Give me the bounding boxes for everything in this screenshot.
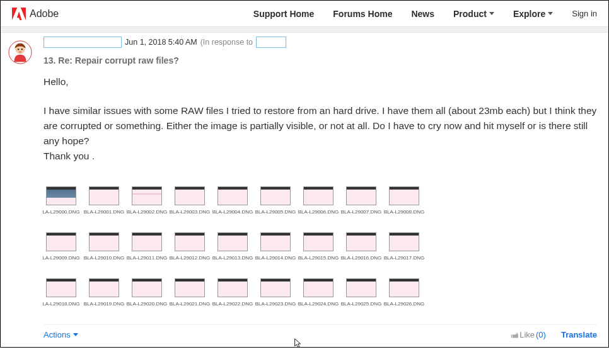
sign-in-link[interactable]: Sign in (572, 9, 597, 18)
thumbnail-image (175, 232, 205, 251)
thumbnail[interactable]: BLA-L29023.DNG (258, 278, 293, 307)
thumbnail-label: BLA-L29010.DNG (84, 255, 124, 261)
thumbnail[interactable]: BLA-L29008.DNG (386, 186, 422, 215)
avatar[interactable] (8, 40, 32, 64)
thumbnail-label: BLA-L29013.DNG (212, 255, 253, 261)
post-actions: Actions Like (0) Translate (44, 324, 597, 339)
thumbnail-label: BLA-L29019.DNG (84, 301, 124, 307)
thumbnail[interactable]: LA-L29018.DNG (44, 278, 79, 307)
thumbnail-image (346, 232, 376, 251)
thumbnail-label: BLA-L29011.DNG (127, 255, 167, 261)
thumbnail-image (346, 186, 376, 205)
thumbnail[interactable]: BLA-L29025.DNG (344, 278, 379, 307)
thumbnail[interactable]: BLA-L29022.DNG (215, 278, 250, 307)
thumbnail[interactable]: BLA-L29012.DNG (172, 232, 207, 261)
thumbnail[interactable]: BLA-L29020.DNG (129, 278, 165, 307)
thumb-row: LA-L29009.DNGBLA-L29010.DNGBLA-L29011.DN… (44, 232, 597, 261)
thumbnail[interactable]: BLA-L29002.DNG (129, 186, 165, 215)
top-nav: Adobe Support Home Forums Home News Prod… (1, 1, 608, 27)
nav-items: Support Home Forums Home News Product Ex… (253, 9, 553, 19)
thumbnail[interactable]: BLA-L29011.DNG (129, 232, 165, 261)
thumbnail-image (346, 278, 376, 297)
forum-post: Jun 1, 2018 5:40 AM (In response to 13. … (1, 33, 608, 347)
thumbnail[interactable]: BLA-L29026.DNG (386, 278, 422, 307)
thumbnail[interactable]: BLA-L29016.DNG (344, 232, 379, 261)
thumbnail-image (260, 232, 291, 251)
adobe-logo[interactable]: Adobe (12, 8, 59, 20)
brand-text: Adobe (30, 8, 59, 20)
thumbnail[interactable]: BLA-L29005.DNG (258, 186, 293, 215)
adobe-logo-icon (12, 8, 26, 20)
chevron-down-icon (489, 12, 494, 15)
thumbnail[interactable]: BLA-L29024.DNG (301, 278, 336, 307)
thumbnail-label: BLA-L29024.DNG (298, 301, 339, 307)
thumbnail-image (260, 186, 291, 205)
thumbnail-label: BLA-L29025.DNG (341, 301, 381, 307)
actions-menu[interactable]: Actions (44, 330, 78, 339)
post-title[interactable]: 13. Re: Repair corrupt raw files? (44, 55, 597, 65)
thumbnail-label: BLA-L29021.DNG (170, 301, 210, 307)
thumb-row: LA-L29000.DNGBLA-L29001.DNGBLA-L29002.DN… (44, 186, 597, 215)
thumbnail[interactable]: BLA-L29004.DNG (215, 186, 250, 215)
thumbnail-label: BLA-L29004.DNG (212, 209, 253, 215)
thumbnail[interactable]: BLA-L29021.DNG (172, 278, 207, 307)
thumbnail-image (132, 232, 162, 251)
in-response-to-label: (In response to (200, 38, 253, 47)
thumbnail-label: BLA-L29005.DNG (255, 209, 296, 215)
thumbnail[interactable]: BLA-L29007.DNG (344, 186, 379, 215)
thumbnail[interactable]: LA-L29000.DNG (44, 186, 79, 215)
thumbnail-label: BLA-L29012.DNG (170, 255, 210, 261)
post-body: Hello, I have similar issues with some R… (44, 74, 597, 164)
translate-link[interactable]: Translate (561, 330, 597, 339)
post-date: Jun 1, 2018 5:40 AM (125, 38, 197, 47)
in-response-to-link[interactable] (256, 37, 286, 48)
thumbnail[interactable]: BLA-L29013.DNG (215, 232, 250, 261)
thumbnail-image (46, 232, 76, 251)
thumbnail-image (218, 278, 248, 297)
thumbnail-label: LA-L29009.DNG (42, 255, 79, 261)
thumbnail-label: BLA-L29008.DNG (384, 209, 424, 215)
post-paragraph: Thank you . (44, 149, 597, 164)
author-link[interactable] (44, 37, 122, 48)
svg-point-2 (18, 48, 19, 50)
thumbnail-image (218, 186, 248, 205)
thumb-row: LA-L29018.DNGBLA-L29019.DNGBLA-L29020.DN… (44, 278, 597, 307)
thumbnail[interactable]: LA-L29009.DNG (44, 232, 79, 261)
post-paragraph: Hello, (44, 74, 597, 89)
chevron-down-icon (548, 12, 553, 15)
thumbnail-image (46, 186, 76, 205)
thumbnail[interactable]: BLA-L29014.DNG (258, 232, 293, 261)
nav-product[interactable]: Product (453, 9, 494, 19)
thumbnail-label: BLA-L29020.DNG (127, 301, 167, 307)
thumbnail[interactable]: BLA-L29010.DNG (86, 232, 122, 261)
thumbnail-label: BLA-L29015.DNG (298, 255, 339, 261)
thumbnail-label: BLA-L29016.DNG (341, 255, 381, 261)
thumbnail-label: BLA-L29002.DNG (127, 209, 167, 215)
thumbnail-image (132, 186, 162, 205)
nav-forums-home[interactable]: Forums Home (333, 9, 392, 19)
nav-explore[interactable]: Explore (513, 9, 553, 19)
thumbnail[interactable]: BLA-L29003.DNG (172, 186, 207, 215)
thumbnail-label: LA-L29000.DNG (42, 209, 79, 215)
post-paragraph: I have similar issues with some RAW file… (44, 103, 597, 149)
thumbnail-image (303, 186, 334, 205)
thumbnail-image (218, 232, 248, 251)
nav-support-home[interactable]: Support Home (253, 9, 314, 19)
thumbnail-image (175, 278, 205, 297)
thumbnail[interactable]: BLA-L29015.DNG (301, 232, 336, 261)
thumbnail[interactable]: BLA-L29006.DNG (301, 186, 336, 215)
thumbnail-label: BLA-L29003.DNG (170, 209, 210, 215)
thumbnail-image (175, 186, 205, 205)
thumbnail-image (260, 278, 291, 297)
nav-news[interactable]: News (411, 9, 434, 19)
like-button[interactable]: Like (0) (511, 330, 546, 339)
thumbnail-label: BLA-L29017.DNG (384, 255, 424, 261)
thumbnail-image (132, 278, 162, 297)
thumbnail-image (46, 278, 76, 297)
like-count: (0) (536, 330, 546, 339)
thumbnail[interactable]: BLA-L29001.DNG (86, 186, 122, 215)
thumbnail[interactable]: BLA-L29017.DNG (386, 232, 422, 261)
divider-strip (1, 27, 608, 33)
thumbnail[interactable]: BLA-L29019.DNG (86, 278, 122, 307)
thumbnail-label: BLA-L29026.DNG (384, 301, 424, 307)
